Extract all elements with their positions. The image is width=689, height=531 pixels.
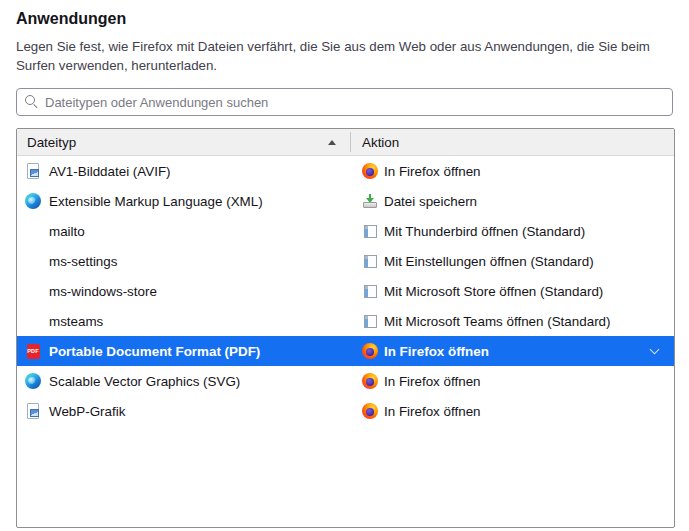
column-header-filetype-label: Dateityp — [27, 135, 76, 150]
table-row[interactable]: msteams Mit Microsoft Teams öffnen (Stan… — [17, 306, 674, 336]
filetype-label: ms-windows-store — [49, 284, 157, 299]
filetype-label: WebP-Grafik — [49, 404, 125, 419]
app-window-icon — [362, 253, 378, 269]
filetype-cell: ms-settings — [17, 253, 350, 269]
action-cell: Mit Einstellungen öffnen (Standard) — [350, 253, 674, 269]
table-row[interactable]: WebP-Grafik In Firefox öffnen — [17, 396, 674, 426]
filetype-label: Scalable Vector Graphics (SVG) — [49, 374, 240, 389]
filetype-cell: Portable Document Format (PDF) — [17, 343, 350, 359]
action-cell: Mit Microsoft Teams öffnen (Standard) — [350, 313, 674, 329]
app-window-icon — [362, 313, 378, 329]
action-label: Mit Microsoft Store öffnen (Standard) — [384, 284, 603, 299]
action-label: Mit Microsoft Teams öffnen (Standard) — [384, 314, 611, 329]
action-cell: In Firefox öffnen — [350, 343, 674, 359]
filetype-label: ms-settings — [49, 254, 117, 269]
action-cell: Mit Microsoft Store öffnen (Standard) — [350, 283, 674, 299]
action-label: Mit Thunderbird öffnen (Standard) — [384, 224, 585, 239]
filetype-cell: mailto — [17, 223, 350, 239]
image-file-icon — [25, 163, 41, 179]
table-body: AV1-Bilddatei (AVIF) In Firefox öffnen E… — [17, 156, 674, 527]
action-label: In Firefox öffnen — [384, 404, 481, 419]
file-type-table: Dateityp Aktion AV1-Bilddatei (AVIF) In … — [16, 128, 675, 528]
action-label: In Firefox öffnen — [384, 374, 481, 389]
edge-icon — [25, 373, 41, 389]
filetype-label: msteams — [49, 314, 103, 329]
action-label: Mit Einstellungen öffnen (Standard) — [384, 254, 594, 269]
filetype-label: mailto — [49, 224, 85, 239]
table-row[interactable]: Scalable Vector Graphics (SVG) In Firefo… — [17, 366, 674, 396]
search-input[interactable] — [16, 88, 673, 116]
action-label: In Firefox öffnen — [384, 164, 481, 179]
table-row[interactable]: ms-settings Mit Einstellungen öffnen (St… — [17, 246, 674, 276]
applications-settings-panel: Anwendungen Legen Sie fest, wie Firefox … — [0, 0, 689, 528]
action-cell: In Firefox öffnen — [350, 163, 674, 179]
action-cell: Datei speichern — [350, 193, 674, 209]
edge-icon — [25, 193, 41, 209]
filetype-cell: ms-windows-store — [17, 283, 350, 299]
table-row[interactable]: AV1-Bilddatei (AVIF) In Firefox öffnen — [17, 156, 674, 186]
filetype-label: Extensible Markup Language (XML) — [49, 194, 263, 209]
page-description: Legen Sie fest, wie Firefox mit Dateien … — [16, 37, 671, 75]
search-box — [16, 88, 673, 116]
page-title: Anwendungen — [16, 10, 675, 28]
pdf-icon — [25, 343, 41, 359]
action-label: In Firefox öffnen — [384, 344, 489, 359]
table-header: Dateityp Aktion — [17, 129, 674, 156]
filetype-cell: AV1-Bilddatei (AVIF) — [17, 163, 350, 179]
column-header-action-label: Aktion — [362, 135, 399, 150]
firefox-icon — [362, 343, 378, 359]
filetype-label: Portable Document Format (PDF) — [49, 344, 260, 359]
image-file-icon — [25, 403, 41, 419]
column-header-filetype[interactable]: Dateityp — [17, 129, 350, 155]
app-window-icon — [362, 283, 378, 299]
table-row[interactable]: Portable Document Format (PDF) In Firefo… — [17, 336, 674, 366]
filetype-cell: Extensible Markup Language (XML) — [17, 193, 350, 209]
save-icon — [362, 193, 378, 209]
table-row[interactable]: mailto Mit Thunderbird öffnen (Standard) — [17, 216, 674, 246]
firefox-icon — [362, 373, 378, 389]
sort-ascending-icon — [328, 140, 336, 145]
action-label: Datei speichern — [384, 194, 477, 209]
column-header-action[interactable]: Aktion — [351, 129, 674, 155]
table-row[interactable]: Extensible Markup Language (XML) Datei s… — [17, 186, 674, 216]
app-window-icon — [362, 223, 378, 239]
action-cell: In Firefox öffnen — [350, 373, 674, 389]
filetype-cell: Scalable Vector Graphics (SVG) — [17, 373, 350, 389]
firefox-icon — [362, 163, 378, 179]
filetype-label: AV1-Bilddatei (AVIF) — [49, 164, 171, 179]
action-cell: In Firefox öffnen — [350, 403, 674, 419]
firefox-icon — [362, 403, 378, 419]
table-row[interactable]: ms-windows-store Mit Microsoft Store öff… — [17, 276, 674, 306]
filetype-cell: WebP-Grafik — [17, 403, 350, 419]
chevron-down-icon[interactable] — [650, 346, 660, 356]
filetype-cell: msteams — [17, 313, 350, 329]
action-cell: Mit Thunderbird öffnen (Standard) — [350, 223, 674, 239]
